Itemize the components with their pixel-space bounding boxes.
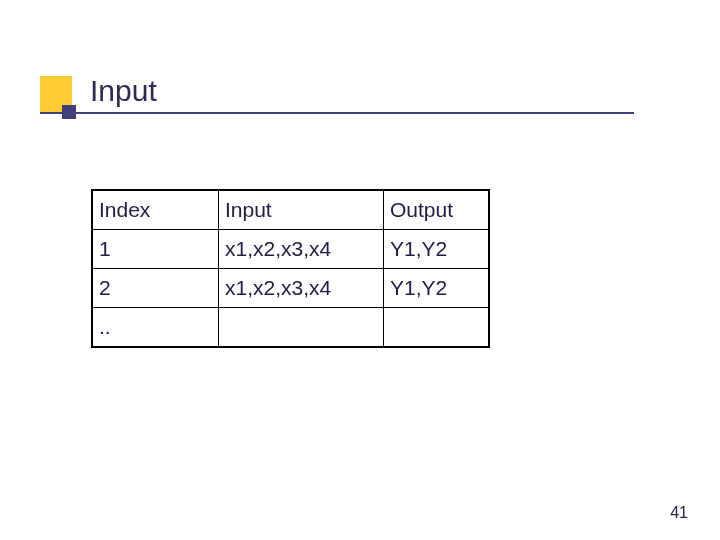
cell-input <box>219 308 384 348</box>
cell-index: .. <box>92 308 219 348</box>
cell-output: Y1,Y2 <box>384 269 490 308</box>
data-table-wrap: Index Input Output 1 x1,x2,x3,x4 Y1,Y2 2… <box>91 189 490 348</box>
col-header-input: Input <box>219 190 384 230</box>
cell-input: x1,x2,x3,x4 <box>219 269 384 308</box>
cell-index: 1 <box>92 230 219 269</box>
cell-index: 2 <box>92 269 219 308</box>
cell-output <box>384 308 490 348</box>
header-bullet <box>62 105 76 119</box>
page-number: 41 <box>670 504 688 522</box>
table-header-row: Index Input Output <box>92 190 489 230</box>
data-table: Index Input Output 1 x1,x2,x3,x4 Y1,Y2 2… <box>91 189 490 348</box>
table-row: 2 x1,x2,x3,x4 Y1,Y2 <box>92 269 489 308</box>
col-header-index: Index <box>92 190 219 230</box>
cell-output: Y1,Y2 <box>384 230 490 269</box>
table-row: 1 x1,x2,x3,x4 Y1,Y2 <box>92 230 489 269</box>
col-header-output: Output <box>384 190 490 230</box>
header-rule <box>40 112 634 114</box>
slide-title: Input <box>90 74 157 108</box>
table-row: .. <box>92 308 489 348</box>
cell-input: x1,x2,x3,x4 <box>219 230 384 269</box>
